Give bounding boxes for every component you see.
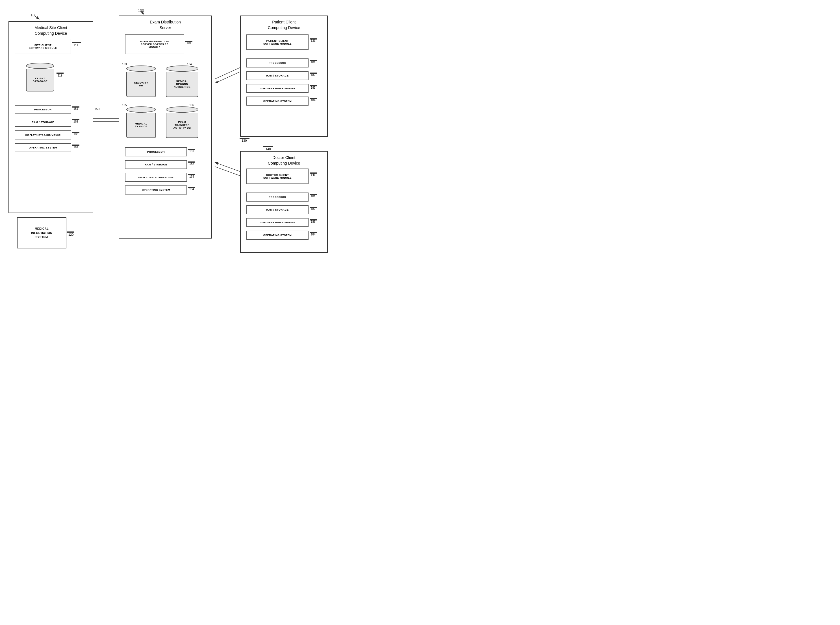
patient-title: Patient ClientComputing Device [241,16,327,33]
site-os: OPERATING SYSTEM [15,143,71,152]
mrn-db-label: MEDICAL RECORD NUMBER DB [173,79,191,89]
sec-db-label: SECURITY DB [134,81,149,87]
svg-text:10: 10 [31,13,34,17]
med-exam-label: MEDICAL EXAM DB [134,122,148,129]
ref-site-181: 181 [73,107,78,110]
doctor-os-label: OPERATING SYSTEM [263,234,291,236]
site-ram-label: RAM / STORAGE [32,121,54,124]
ref-103: 103 [122,63,127,66]
ref-doctor-182: 182 [311,207,316,211]
client-database: CLIENT DATABASE [26,63,54,92]
patient-module-label: PATIENT CLIENT SOFTWARE MODULE [263,39,291,45]
doctor-os: OPERATING SYSTEM [246,231,309,239]
site-proc-label: PROCESSOR [34,108,52,111]
doctor-proc-label: PROCESSOR [269,196,286,199]
site-os-label: OPERATING SYSTEM [29,146,57,149]
ref-patient-182: 182 [311,73,316,76]
patient-ram-label: RAM / STORAGE [266,74,289,77]
ref-130: 130 [242,139,247,142]
server-proc-label: PROCESSOR [147,151,165,153]
ref-patient-181: 181 [311,61,316,64]
ref-119: 119 [58,74,62,77]
server-module: EXAM DISTRIBUTION SERVER SOFTWARE MODULE [125,34,184,54]
patient-os-label: OPERATING SYSTEM [263,100,291,103]
doctor-module-label: DOCTOR CLIENT SOFTWARE MODULE [263,174,291,179]
site-display-label: DISPLAY/KEYBOARD/MOUSE [25,134,61,136]
server-os-label: OPERATING SYSTEM [142,188,170,191]
server-ram-label: RAM / STORAGE [145,163,167,166]
ref-doctor-183: 183 [311,220,316,223]
med-exam-db: MEDICAL EXAM DB [126,106,156,138]
site-ram: RAM / STORAGE [15,118,71,127]
server-os: OPERATING SYSTEM [125,185,187,194]
ref-106: 106 [189,104,194,107]
ref-site-183: 183 [73,133,78,136]
doctor-display-label: DISPLAY/KEYBOARD/MOUSE [260,221,295,224]
ref-server-183: 183 [189,175,194,178]
doctor-proc: PROCESSOR [246,193,309,202]
med-info-label: MEDICAL INFORMATION SYSTEM [31,227,52,239]
ref-131: 131 [311,39,316,42]
ref-120: 120 [69,233,73,236]
doctor-display: DISPLAY/KEYBOARD/MOUSE [246,218,309,227]
ref-104: 104 [187,63,192,66]
site-client-module-label: SITE CLIENT SOFTWARE MODULE [29,44,57,50]
patient-box: Patient ClientComputing Device PATIENT C… [240,16,328,137]
server-title: Exam DistributionServer [119,16,211,33]
patient-module: PATIENT CLIENT SOFTWARE MODULE [246,34,309,50]
bracket-111 [72,42,81,43]
ref-site-184: 184 [73,145,78,148]
patient-display-label: DISPLAY/KEYBOARD/MOUSE [260,87,295,90]
ref-101: 101 [187,42,191,45]
patient-proc: PROCESSOR [246,58,309,67]
server-display-label: DISPLAY/KEYBOARD/MOUSE [139,176,174,179]
ref-doctor-181: 181 [311,195,316,198]
ref-patient-184: 184 [311,99,316,102]
ref-server-181: 181 [189,149,194,153]
transfer-db: EXAM TRANSFER ACTIVITY DB [166,106,198,138]
site-client-box: Medical Site ClientComputing Device SITE… [8,21,93,213]
svg-line-3 [34,16,39,19]
site-client-title: Medical Site ClientComputing Device [9,22,93,38]
patient-ram: RAM / STORAGE [246,71,309,80]
ref-doctor-184: 184 [311,233,316,236]
client-db-label: CLIENT DATABASE [32,76,48,83]
ref-patient-183: 183 [311,86,316,89]
patient-proc-label: PROCESSOR [269,62,286,64]
doctor-ram: RAM / STORAGE [246,205,309,214]
security-db: SECURITY DB [126,65,156,97]
ref-server-182: 182 [189,162,194,165]
bracket-119 [56,73,64,74]
patient-os: OPERATING SYSTEM [246,96,309,106]
server-ram: RAM / STORAGE [125,160,187,169]
ref-140: 140 [266,147,271,151]
diagram: 10 100 150 150 150 205 110 Medical Site [0,0,339,254]
ref-site-182: 182 [73,120,78,123]
svg-line-5 [141,11,144,15]
site-display: DISPLAY/KEYBOARD/MOUSE [15,131,71,140]
med-info-box: MEDICAL INFORMATION SYSTEM [17,218,66,249]
transfer-label: EXAM TRANSFER ACTIVITY DB [173,120,192,130]
ref-105: 105 [122,104,127,107]
server-display: DISPLAY/KEYBOARD/MOUSE [125,173,187,182]
doctor-box: Doctor ClientComputing Device DOCTOR CLI… [240,151,328,253]
doctor-module: DOCTOR CLIENT SOFTWARE MODULE [246,168,309,184]
svg-text:100: 100 [138,8,144,13]
server-box: Exam DistributionServer EXAM DISTRIBUTIO… [118,16,212,239]
ref-111: 111 [73,44,78,47]
site-proc: PROCESSOR [15,105,71,114]
server-proc: PROCESSOR [125,147,187,156]
site-client-module: SITE CLIENT SOFTWARE MODULE [15,39,71,54]
ref-141: 141 [311,173,316,176]
doctor-ram-label: RAM / STORAGE [266,208,289,211]
server-module-label: EXAM DISTRIBUTION SERVER SOFTWARE MODULE [140,40,169,48]
patient-display: DISPLAY/KEYBOARD/MOUSE [246,84,309,93]
svg-text:150: 150 [94,107,100,110]
ref-server-184: 184 [189,188,194,191]
mrn-db: MEDICAL RECORD NUMBER DB [166,65,198,97]
doctor-title: Doctor ClientComputing Device [241,152,327,168]
